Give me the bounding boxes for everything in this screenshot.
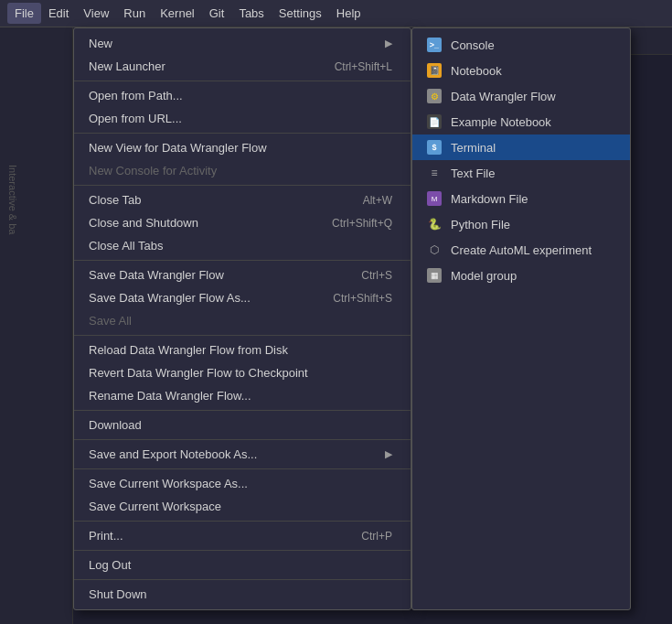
save-all-label: Save All [89,314,132,328]
wrangler-label: Data Wrangler Flow [451,90,556,103]
menu-tabs[interactable]: Tabs [231,3,271,24]
textfile-label: Text File [451,167,495,180]
file-menu-dropdown: New ▶ New Launcher Ctrl+Shift+L Open fro… [73,27,411,610]
submenu-item-automl[interactable]: ⬡ Create AutoML experiment [412,237,630,263]
divider-4 [74,260,411,261]
save-export-label: Save and Export Notebook As... [89,447,257,461]
menu-item-save-workspace-as[interactable]: Save Current Workspace As... [74,472,411,495]
console-icon: >_ [427,38,442,52]
menu-item-revert[interactable]: Revert Data Wrangler Flow to Checkpoint [74,361,411,384]
divider-9 [74,521,411,522]
menu-item-save-flow[interactable]: Save Data Wrangler Flow Ctrl+S [74,264,411,286]
notebook-icon: 📓 [427,63,442,78]
open-path-label: Open from Path... [89,89,183,102]
divider-11 [74,579,411,580]
menu-file[interactable]: File [7,3,41,24]
reload-label: Reload Data Wrangler Flow from Disk [89,343,288,357]
new-submenu: >_ Console 📓 Notebook ⚙ Data Wrangler Fl… [411,27,631,610]
menu-item-new-label: New [89,37,112,50]
menu-item-open-path[interactable]: Open from Path... [74,84,411,107]
close-tab-label: Close Tab [89,193,142,207]
open-url-label: Open from URL... [89,112,182,125]
save-flow-label: Save Data Wrangler Flow [89,268,224,282]
menu-item-reload[interactable]: Reload Data Wrangler Flow from Disk [74,339,411,361]
model-label: Model group [451,269,517,283]
menu-item-new-launcher[interactable]: New Launcher Ctrl+Shift+L [74,55,411,78]
download-label: Download [89,418,142,432]
menu-item-shutdown[interactable]: Shut Down [74,583,411,606]
dropdown-wrapper: New ▶ New Launcher Ctrl+Shift+L Open fro… [73,27,631,610]
submenu-item-terminal[interactable]: $ Terminal [412,134,630,160]
menu-item-save-workspace[interactable]: Save Current Workspace [74,495,411,518]
save-flow-as-shortcut: Ctrl+Shift+S [333,292,392,305]
divider-10 [74,550,411,551]
save-workspace-label: Save Current Workspace [89,500,221,513]
menu-item-download[interactable]: Download [74,414,411,436]
menu-item-new-launcher-label: New Launcher [89,59,165,73]
save-flow-shortcut: Ctrl+S [361,269,392,282]
automl-icon: ⬡ [427,242,442,257]
wrangler-icon: ⚙ [427,89,442,103]
console-label: Console [451,38,495,52]
menu-item-new-console-activity: New Console for Activity [74,159,411,182]
logout-label: Log Out [89,558,131,572]
divider-5 [74,335,411,336]
menu-item-open-url[interactable]: Open from URL... [74,107,411,130]
new-arrow-icon: ▶ [385,38,392,49]
new-console-activity-label: New Console for Activity [89,164,217,178]
automl-label: Create AutoML experiment [451,243,592,257]
rename-label: Rename Data Wrangler Flow... [89,389,251,403]
menu-item-print[interactable]: Print... Ctrl+P [74,524,411,547]
menu-kernel[interactable]: Kernel [153,3,202,24]
menu-item-new-view[interactable]: New View for Data Wrangler Flow [74,136,411,159]
menu-item-logout[interactable]: Log Out [74,554,411,576]
submenu-item-example[interactable]: 📄 Example Notebook [412,109,630,134]
submenu-item-console[interactable]: >_ Console [412,32,630,58]
terminal-icon: $ [427,140,442,155]
menu-git[interactable]: Git [202,3,232,24]
save-export-arrow-icon: ▶ [385,448,392,460]
menu-item-rename[interactable]: Rename Data Wrangler Flow... [74,384,411,407]
close-tab-shortcut: Alt+W [363,194,392,207]
example-icon: 📄 [427,114,442,129]
menu-item-close-shutdown[interactable]: Close and Shutdown Ctrl+Shift+Q [74,211,411,234]
python-label: Python File [451,218,510,231]
close-shutdown-label: Close and Shutdown [89,216,198,230]
menu-view[interactable]: View [76,3,116,24]
divider-8 [74,468,411,469]
menu-item-close-all[interactable]: Close All Tabs [74,234,411,257]
divider-2 [74,133,411,134]
save-flow-as-label: Save Data Wrangler Flow As... [89,291,251,305]
sidebar-text: Interactive & ba [7,165,18,234]
divider-6 [74,410,411,411]
menu-item-save-export[interactable]: Save and Export Notebook As... ▶ [74,443,411,466]
example-label: Example Notebook [451,115,551,129]
submenu-item-textfile[interactable]: ≡ Text File [412,160,630,186]
submenu-item-notebook[interactable]: 📓 Notebook [412,58,630,83]
submenu-item-wrangler[interactable]: ⚙ Data Wrangler Flow [412,83,630,109]
menu-help[interactable]: Help [329,3,368,24]
markdown-icon: M [427,191,442,206]
menu-edit[interactable]: Edit [41,3,76,24]
submenu-item-markdown[interactable]: M Markdown File [412,186,630,211]
print-shortcut: Ctrl+P [361,530,392,543]
close-shutdown-shortcut: Ctrl+Shift+Q [332,217,392,230]
new-launcher-shortcut: Ctrl+Shift+L [335,60,392,73]
menu-settings[interactable]: Settings [272,3,329,24]
menu-item-save-all: Save All [74,309,411,332]
menu-item-save-flow-as[interactable]: Save Data Wrangler Flow As... Ctrl+Shift… [74,286,411,309]
submenu-item-python[interactable]: 🐍 Python File [412,211,630,237]
menu-item-new[interactable]: New ▶ [74,32,411,55]
print-label: Print... [89,529,123,543]
submenu-item-model[interactable]: ▦ Model group [412,263,630,288]
textfile-icon: ≡ [427,166,442,180]
menu-run[interactable]: Run [116,3,153,24]
revert-label: Revert Data Wrangler Flow to Checkpoint [89,366,308,380]
menubar: File Edit View Run Kernel Git Tabs Setti… [0,0,672,27]
divider-1 [74,81,411,81]
notebook-label: Notebook [451,64,502,78]
model-icon: ▦ [427,268,442,283]
sidebar: Interactive & ba [0,27,73,624]
divider-7 [74,439,411,440]
menu-item-close-tab[interactable]: Close Tab Alt+W [74,188,411,211]
